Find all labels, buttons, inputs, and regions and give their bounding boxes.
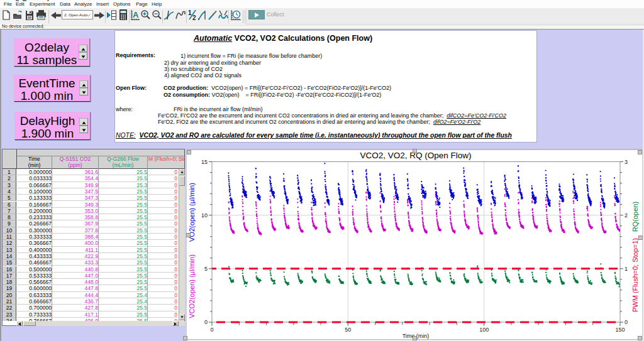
svg-text:0: 0 xyxy=(204,319,208,325)
svg-text:2: 2 xyxy=(625,212,628,219)
svg-text:0: 0 xyxy=(210,327,213,333)
svg-text:50: 50 xyxy=(345,327,351,333)
svg-text:5: 5 xyxy=(204,266,208,272)
svg-text:1: 1 xyxy=(625,266,628,272)
svg-text:150: 150 xyxy=(615,327,625,333)
svg-text:0: 0 xyxy=(625,319,628,325)
svg-text:3: 3 xyxy=(625,159,628,165)
svg-text:10: 10 xyxy=(201,212,208,219)
svg-text:15: 15 xyxy=(201,159,208,165)
svg-text:100: 100 xyxy=(479,327,489,333)
